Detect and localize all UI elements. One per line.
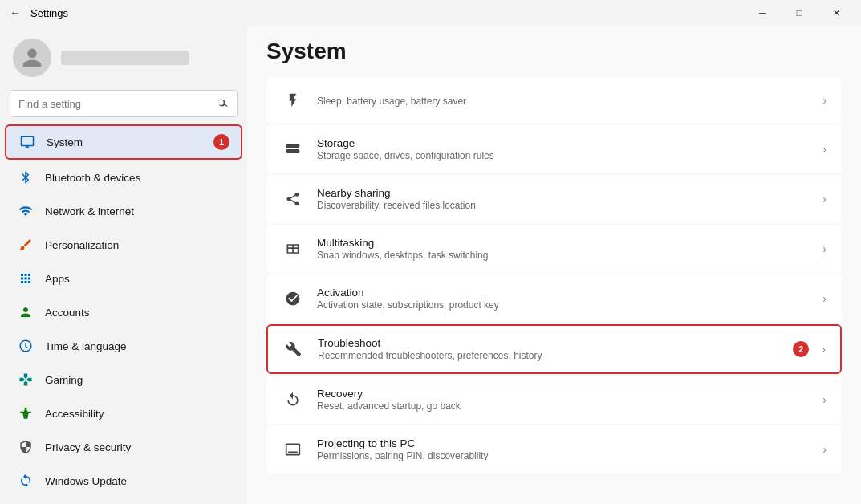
setting-item-troubleshoot[interactable]: Troubleshoot Recommended troubleshooters…: [266, 324, 842, 374]
sidebar-item-network[interactable]: Network & internet: [5, 195, 242, 227]
setting-item-nearby[interactable]: Nearby sharing Discoverability, received…: [266, 175, 842, 223]
activation-desc: Activation state, subscriptions, product…: [317, 299, 810, 311]
apps-icon: [18, 270, 34, 287]
sidebar-item-windows-update[interactable]: Windows Update: [5, 465, 242, 497]
power-icon: [282, 89, 304, 112]
setting-item-activation[interactable]: Activation Activation state, subscriptio…: [266, 274, 842, 323]
storage-chevron: ›: [822, 143, 826, 156]
system-badge: 1: [213, 134, 229, 150]
search-input[interactable]: [18, 98, 217, 110]
setting-item-recovery[interactable]: Recovery Reset, advanced startup, go bac…: [266, 376, 842, 424]
activation-title: Activation: [317, 287, 810, 299]
nearby-icon: [282, 188, 304, 210]
title-bar-left: ← Settings: [10, 6, 68, 19]
sidebar-item-bluetooth-label: Bluetooth & devices: [45, 172, 140, 184]
storage-text: Storage Storage space, drives, configura…: [317, 137, 810, 161]
projecting-chevron: ›: [822, 443, 826, 456]
sidebar-item-system[interactable]: System 1: [5, 124, 242, 160]
sidebar-item-bluetooth[interactable]: Bluetooth & devices: [5, 161, 242, 193]
sidebar-item-system-label: System: [47, 136, 83, 148]
sidebar-item-gaming[interactable]: Gaming: [5, 364, 242, 396]
monitor-icon: [19, 134, 35, 150]
app-title: Settings: [30, 7, 68, 19]
sidebar-item-privacy[interactable]: Privacy & security: [5, 431, 242, 463]
main-content: System Sleep, battery usage, battery sav…: [247, 26, 861, 504]
multitasking-chevron: ›: [822, 242, 826, 255]
activation-chevron: ›: [822, 292, 826, 305]
power-chevron: ›: [822, 94, 826, 107]
multitasking-desc: Snap windows, desktops, task switching: [317, 250, 810, 261]
nearby-desc: Discoverability, received files location: [317, 200, 810, 211]
power-desc: Sleep, battery usage, battery saver: [317, 96, 810, 107]
multitasking-text: Multitasking Snap windows, desktops, tas…: [317, 237, 810, 261]
troubleshoot-title: Troubleshoot: [318, 337, 780, 349]
window-body: System 1 Bluetooth & devices Network & i…: [0, 26, 861, 504]
activation-text: Activation Activation state, subscriptio…: [317, 287, 810, 311]
recovery-icon: [282, 388, 304, 411]
avatar[interactable]: [13, 39, 51, 77]
sidebar-item-apps-label: Apps: [45, 273, 70, 285]
network-icon: [18, 203, 34, 219]
troubleshoot-icon: [282, 338, 305, 360]
projecting-title: Projecting to this PC: [317, 437, 810, 449]
user-name: [61, 51, 189, 65]
sidebar-item-personalization-label: Personalization: [45, 239, 119, 251]
storage-icon: [282, 138, 304, 161]
user-section: [0, 26, 247, 87]
page-title: System: [266, 39, 842, 64]
troubleshoot-text: Troubleshoot Recommended troubleshooters…: [318, 337, 780, 361]
accessibility-icon: [18, 405, 34, 421]
bluetooth-icon: [18, 169, 34, 185]
accounts-icon: [18, 304, 34, 320]
multitasking-icon: [282, 238, 304, 260]
recovery-title: Recovery: [317, 388, 810, 400]
troubleshoot-badge: 2: [793, 341, 809, 357]
search-box[interactable]: [10, 90, 238, 117]
sidebar-item-network-label: Network & internet: [45, 205, 134, 217]
time-icon: [18, 338, 34, 354]
settings-list: Sleep, battery usage, battery saver › St…: [266, 77, 842, 474]
recovery-text: Recovery Reset, advanced startup, go bac…: [317, 388, 810, 412]
storage-title: Storage: [317, 137, 810, 149]
activation-icon: [282, 287, 304, 310]
gaming-icon: [18, 372, 34, 388]
setting-item-multitasking[interactable]: Multitasking Snap windows, desktops, tas…: [266, 225, 842, 273]
setting-item-power[interactable]: Sleep, battery usage, battery saver ›: [266, 77, 842, 124]
setting-item-projecting[interactable]: Projecting to this PC Permissions, pairi…: [266, 425, 842, 474]
sidebar-item-gaming-label: Gaming: [45, 374, 83, 386]
projecting-desc: Permissions, pairing PIN, discoverabilit…: [317, 450, 810, 461]
sidebar-item-time-label: Time & language: [45, 340, 127, 352]
storage-desc: Storage space, drives, configuration rul…: [317, 150, 810, 161]
recovery-chevron: ›: [822, 393, 826, 406]
close-button[interactable]: ✕: [818, 0, 855, 26]
sidebar-item-accessibility[interactable]: Accessibility: [5, 397, 242, 429]
sidebar: System 1 Bluetooth & devices Network & i…: [0, 26, 247, 504]
minimize-button[interactable]: ─: [744, 0, 781, 26]
multitasking-title: Multitasking: [317, 237, 810, 249]
sidebar-item-accessibility-label: Accessibility: [45, 408, 104, 420]
privacy-icon: [18, 439, 34, 455]
sidebar-item-accounts[interactable]: Accounts: [5, 296, 242, 328]
nearby-title: Nearby sharing: [317, 187, 810, 199]
sidebar-item-apps[interactable]: Apps: [5, 262, 242, 295]
recovery-desc: Reset, advanced startup, go back: [317, 400, 810, 412]
update-icon: [18, 473, 34, 489]
maximize-button[interactable]: □: [781, 0, 818, 26]
troubleshoot-desc: Recommended troubleshooters, preferences…: [318, 350, 780, 361]
projecting-icon: [282, 438, 304, 461]
sidebar-item-personalization[interactable]: Personalization: [5, 229, 242, 261]
title-bar-controls: ─ □ ✕: [744, 0, 855, 26]
back-icon[interactable]: ←: [10, 6, 21, 19]
sidebar-item-time[interactable]: Time & language: [5, 330, 242, 362]
sidebar-item-windows-update-label: Windows Update: [45, 475, 127, 487]
troubleshoot-chevron: ›: [822, 343, 826, 356]
nearby-text: Nearby sharing Discoverability, received…: [317, 187, 810, 211]
search-icon: [217, 97, 229, 111]
title-bar: ← Settings ─ □ ✕: [0, 0, 861, 26]
setting-item-storage[interactable]: Storage Storage space, drives, configura…: [266, 125, 842, 173]
personalization-icon: [18, 237, 34, 253]
nearby-chevron: ›: [822, 193, 826, 205]
power-text: Sleep, battery usage, battery saver: [317, 95, 810, 107]
projecting-text: Projecting to this PC Permissions, pairi…: [317, 437, 810, 461]
sidebar-item-privacy-label: Privacy & security: [45, 441, 131, 453]
